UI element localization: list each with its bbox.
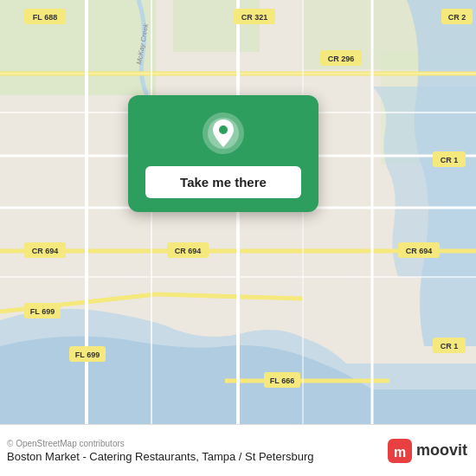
svg-text:CR 1: CR 1 — [441, 156, 459, 164]
popup-card: Take me there — [128, 95, 318, 212]
bottom-info: © OpenStreetMap contributors Boston Mark… — [7, 439, 314, 463]
svg-text:CR 2: CR 2 — [448, 13, 466, 22]
svg-rect-1 — [0, 0, 156, 95]
svg-text:FL 699: FL 699 — [75, 351, 100, 359]
svg-text:CR 1: CR 1 — [441, 342, 459, 351]
svg-text:CR 694: CR 694 — [406, 247, 433, 255]
svg-text:CR 296: CR 296 — [328, 55, 355, 63]
svg-text:FL 688: FL 688 — [33, 13, 57, 22]
moovit-icon: m — [388, 439, 412, 463]
bottom-bar: © OpenStreetMap contributors Boston Mark… — [0, 424, 476, 476]
svg-point-47 — [219, 125, 228, 134]
map-container: FL 688 CR 321 CR 296 CR 1 CR 694 CR 694 … — [0, 0, 476, 424]
moovit-text: moovit — [416, 441, 467, 460]
svg-text:CR 694: CR 694 — [32, 247, 59, 255]
svg-text:FL 666: FL 666 — [270, 376, 294, 385]
map-background: FL 688 CR 321 CR 296 CR 1 CR 694 CR 694 … — [0, 0, 476, 424]
svg-text:m: m — [394, 445, 406, 460]
location-pin-icon — [201, 111, 246, 156]
svg-rect-2 — [173, 0, 260, 52]
location-title: Boston Market - Catering Restaurants, Ta… — [7, 450, 314, 463]
attribution-text: © OpenStreetMap contributors — [7, 439, 314, 448]
moovit-logo: m moovit — [388, 439, 467, 463]
take-me-there-button[interactable]: Take me there — [145, 166, 301, 198]
svg-text:CR 694: CR 694 — [175, 247, 202, 255]
svg-text:CR 321: CR 321 — [241, 13, 268, 22]
svg-text:FL 699: FL 699 — [30, 307, 55, 316]
